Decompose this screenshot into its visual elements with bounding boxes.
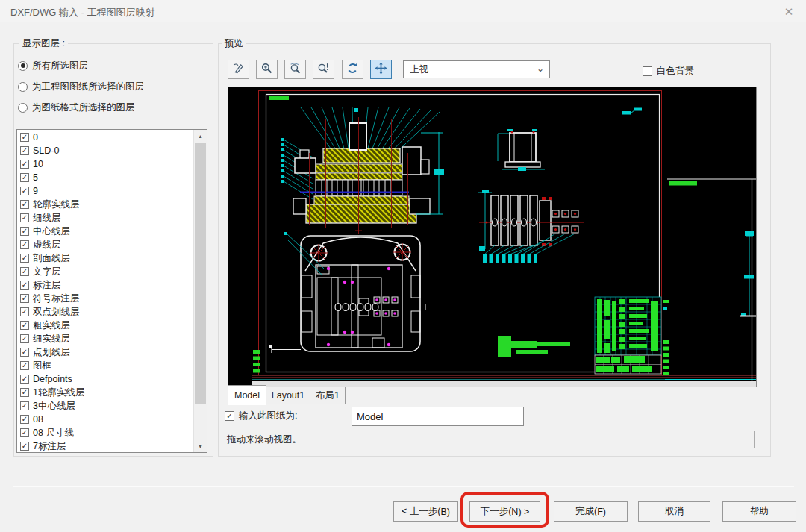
layer-row[interactable]: 双点划线层	[18, 305, 193, 319]
layer-label: 细线层	[33, 212, 61, 225]
radio-icon[interactable]	[18, 82, 28, 92]
layer-checkbox[interactable]	[20, 428, 29, 437]
layer-checkbox[interactable]	[20, 348, 29, 357]
layer-checkbox[interactable]	[20, 401, 29, 410]
help-label: 帮助	[750, 505, 769, 518]
scroll-up-icon[interactable]: ▲	[194, 130, 207, 142]
sheet-tab[interactable]: Model	[228, 385, 266, 405]
view-orientation-select[interactable]: 上视 ⌄	[403, 60, 550, 78]
radio-icon[interactable]	[18, 61, 28, 71]
layer-checkbox[interactable]	[20, 227, 29, 236]
help-button[interactable]: 帮助	[722, 501, 796, 522]
layer-label: 5	[33, 172, 38, 183]
layer-filter-radio[interactable]: 为图纸格式所选择的图层	[18, 101, 135, 114]
layer-checkbox[interactable]	[20, 321, 29, 330]
radio-icon[interactable]	[18, 103, 28, 113]
scroll-down-icon[interactable]: ▼	[194, 440, 207, 452]
layer-checkbox[interactable]	[20, 281, 29, 290]
layer-checkbox[interactable]	[20, 187, 29, 195]
layer-checkbox[interactable]	[20, 375, 29, 384]
layer-checkbox[interactable]	[20, 254, 29, 263]
zoom-button[interactable]	[256, 60, 278, 79]
layer-row[interactable]: 剖面线层	[18, 251, 193, 265]
layer-checkbox[interactable]	[20, 160, 29, 169]
sketch-select-button[interactable]	[228, 60, 249, 79]
layer-checkbox[interactable]	[20, 294, 29, 303]
layer-label: 7标注层	[33, 440, 66, 452]
layer-row[interactable]: 1轮廓实线层	[18, 386, 193, 399]
layer-row[interactable]: 细线层	[18, 211, 193, 225]
import-sheet-checkbox[interactable]	[225, 411, 234, 421]
layer-row[interactable]: Defpoints	[18, 372, 193, 386]
sheet-tab-label: Layout1	[272, 390, 304, 401]
radio-label: 为图纸格式所选择的图层	[32, 101, 135, 114]
close-icon[interactable]: ✕	[781, 4, 797, 20]
layer-filter-radio[interactable]: 为工程图图纸所选择的图层	[18, 80, 144, 93]
zoom-to-fit-button[interactable]	[284, 60, 306, 79]
layer-row[interactable]: 08	[18, 413, 193, 426]
layer-row[interactable]: 7标注层	[18, 439, 193, 451]
layer-row[interactable]: 中心线层	[18, 225, 193, 238]
status-bar: 拖动来滚动视图。	[222, 431, 755, 448]
layer-checkbox[interactable]	[20, 240, 29, 249]
sheet-tab[interactable]: Layout1	[266, 387, 310, 404]
next-button[interactable]: 下一步(N) >	[469, 501, 540, 522]
layer-checkbox[interactable]	[20, 361, 29, 370]
layer-checkbox[interactable]	[20, 133, 29, 142]
layer-checkbox[interactable]	[20, 388, 29, 397]
footer-separator	[13, 486, 794, 487]
pan-view-button[interactable]	[370, 60, 392, 79]
layer-row[interactable]: 图框	[18, 359, 193, 372]
layer-checkbox[interactable]	[20, 415, 29, 424]
layer-filter-radio[interactable]: 所有所选图层	[18, 59, 88, 72]
layer-row[interactable]: 文字层	[18, 265, 193, 278]
layer-label: 图框	[33, 360, 51, 372]
sheet-name-input[interactable]	[352, 407, 524, 426]
import-sheet-option[interactable]: 输入此图纸为:	[225, 410, 297, 422]
sheet-tab-label: 布局1	[316, 389, 340, 402]
layer-label: 轮廓实线层	[33, 198, 80, 211]
zoom-to-area-icon	[317, 62, 330, 78]
display-layers-group-label: 显示图层 :	[19, 37, 68, 50]
layer-row[interactable]: 标注层	[18, 278, 193, 292]
white-background-checkbox[interactable]	[643, 66, 652, 76]
layer-label: 0	[33, 132, 38, 143]
layer-checkbox[interactable]	[20, 146, 29, 155]
layer-row[interactable]: 9	[18, 184, 193, 198]
layer-checkbox[interactable]	[20, 173, 29, 182]
layer-row[interactable]: 轮廓实线层	[18, 198, 193, 211]
layer-checkbox[interactable]	[20, 307, 29, 316]
layer-label: 符号标注层	[33, 292, 80, 305]
layer-row[interactable]: 5	[18, 171, 193, 184]
layer-list-scrollbar[interactable]: ▲ ▼	[193, 130, 207, 452]
layer-checkbox[interactable]	[20, 200, 29, 209]
layer-checkbox[interactable]	[20, 334, 29, 343]
scrollbar-thumb[interactable]	[195, 143, 206, 404]
layer-checkbox[interactable]	[20, 267, 29, 276]
cancel-button[interactable]: 取消	[638, 501, 710, 522]
layer-row[interactable]: SLD-0	[18, 144, 193, 157]
titlebar: DXF/DWG 输入 - 工程图图层映射 ✕	[0, 0, 806, 22]
layer-checkbox[interactable]	[20, 442, 29, 451]
finish-button[interactable]: 完成(F)	[554, 501, 628, 522]
layer-row[interactable]: 0	[18, 131, 193, 144]
layer-row[interactable]: 3中心线层	[18, 399, 193, 413]
sheet-tab[interactable]: 布局1	[310, 387, 346, 404]
layer-row[interactable]: 细实线层	[18, 332, 193, 345]
white-background-option[interactable]: 白色背景	[643, 65, 694, 78]
layer-row[interactable]: 10	[18, 157, 193, 171]
layer-list[interactable]: 0 SLD-0 10 5 9	[16, 129, 207, 453]
rotate-view-button[interactable]	[342, 60, 363, 79]
zoom-to-area-button[interactable]	[313, 60, 334, 79]
back-button[interactable]: < 上一步(B)	[393, 501, 458, 522]
cancel-label: 取消	[665, 505, 684, 518]
layer-row[interactable]: 08 尺寸线	[18, 426, 193, 439]
layer-row[interactable]: 虚线层	[18, 238, 193, 251]
layer-checkbox[interactable]	[20, 213, 29, 222]
layer-row[interactable]: 粗实线层	[18, 319, 193, 332]
layer-row[interactable]: 符号标注层	[18, 292, 193, 305]
layer-row[interactable]: 点划线层	[18, 345, 193, 359]
preview-canvas[interactable]	[228, 87, 757, 387]
window-title: DXF/DWG 输入 - 工程图图层映射	[10, 6, 155, 19]
layer-label: 点划线层	[33, 346, 70, 359]
